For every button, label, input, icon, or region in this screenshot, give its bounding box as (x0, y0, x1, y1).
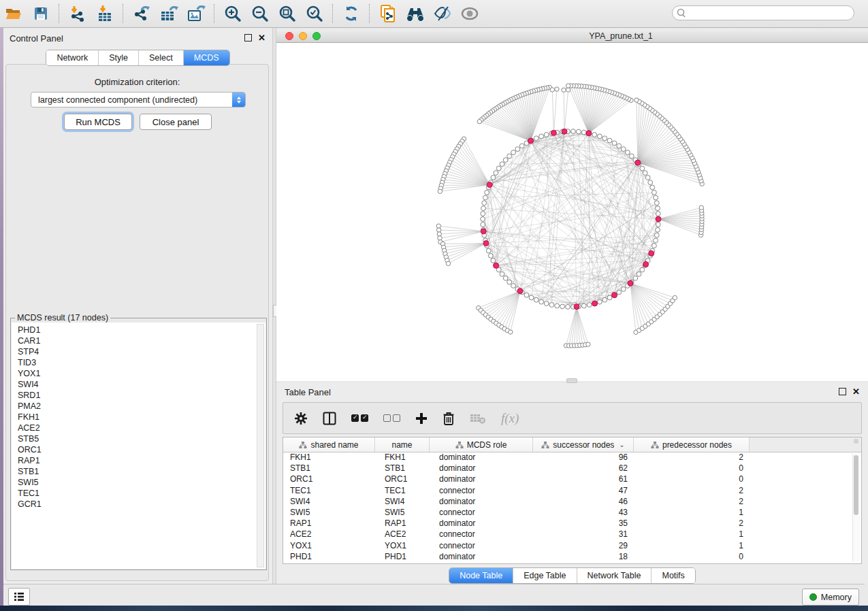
table-row[interactable]: TEC1TEC1connector472 (283, 485, 853, 496)
window-zoom-button[interactable] (312, 32, 321, 40)
zoom-out-icon[interactable] (246, 2, 274, 25)
tab-mcds[interactable]: MCDS (183, 50, 229, 65)
table-scrollbar[interactable] (852, 454, 860, 561)
tab-select[interactable]: Select (138, 50, 183, 65)
refresh-icon[interactable] (338, 2, 365, 25)
settings-gear-icon[interactable] (294, 410, 308, 427)
task-history-button[interactable] (8, 588, 30, 606)
binoculars-icon[interactable] (402, 2, 429, 25)
mcds-result-item[interactable]: PMA2 (18, 401, 266, 412)
mcds-result-item[interactable]: STB1 (18, 466, 266, 477)
table-cell: PHD1 (375, 552, 430, 561)
mcds-result-item[interactable]: RAP1 (18, 455, 266, 466)
column-type-icon (455, 441, 464, 449)
import-network-icon[interactable] (64, 2, 91, 25)
mcds-result-group: MCDS result (17 nodes) PHD1CAR1STP4TID3Y… (10, 313, 267, 570)
mcds-result-list[interactable]: PHD1CAR1STP4TID3YOX1SWI4SRD1PMA2FKH1ACE2… (12, 323, 266, 569)
close-panel-icon[interactable]: ✕ (852, 389, 860, 395)
criterion-dropdown[interactable]: largest connected component (undirected) (31, 92, 246, 108)
import-table-icon[interactable] (91, 2, 118, 25)
mcds-result-item[interactable]: GCR1 (18, 499, 266, 510)
split-view-icon[interactable] (323, 410, 336, 427)
mcds-result-item[interactable]: FKH1 (18, 412, 266, 423)
table-row[interactable]: SWI5SWI5connector431 (283, 507, 853, 518)
deselect-all-checkboxes-icon[interactable] (383, 410, 400, 427)
table-tab-network-table[interactable]: Network Table (577, 568, 652, 583)
table-cell: YOX1 (375, 541, 430, 550)
mcds-result-item[interactable]: STP4 (18, 346, 266, 357)
window-close-button[interactable] (285, 32, 293, 40)
run-mcds-button[interactable]: Run MCDS (64, 114, 132, 130)
table-row[interactable]: ACE2ACE2connector311 (283, 529, 853, 540)
float-panel-icon[interactable] (839, 388, 846, 395)
close-panel-button[interactable]: Close panel (140, 114, 212, 130)
mcds-result-item[interactable]: ACE2 (18, 423, 266, 433)
scrollbar-thumb[interactable] (854, 455, 858, 515)
eye-icon[interactable] (456, 2, 483, 25)
mcds-result-item[interactable]: TEC1 (18, 488, 266, 499)
table-cell: TEC1 (375, 486, 430, 495)
mcds-result-item[interactable]: SWI5 (18, 477, 266, 488)
sort-indicator-icon: ⌄ (619, 441, 624, 448)
graphics-details-toggle-icon[interactable] (429, 2, 456, 25)
table-row[interactable]: SWI4SWI4dominator462 (283, 496, 853, 507)
mcds-result-item[interactable]: YOX1 (18, 368, 266, 379)
column-header-mcds-role[interactable]: MCDS role (430, 437, 533, 452)
mcds-result-item[interactable]: SWI4 (18, 379, 266, 390)
export-network-icon[interactable] (128, 2, 155, 25)
table-tab-edge-table[interactable]: Edge Table (513, 568, 576, 583)
network-title: YPA_prune.txt_1 (589, 31, 653, 41)
column-type-icon (299, 441, 307, 449)
mcds-result-item[interactable]: ORC1 (18, 444, 266, 455)
mcds-result-item[interactable]: STB5 (18, 433, 266, 444)
delete-columns-trash-icon[interactable] (443, 410, 455, 427)
column-header-name[interactable]: name (375, 437, 430, 452)
close-panel-icon[interactable]: ✕ (258, 35, 266, 41)
tab-network[interactable]: Network (46, 50, 98, 65)
table-row[interactable]: YOX1YOX1connector291 (283, 540, 853, 551)
application-window: Control Panel ✕ NetworkStyleSelectMCDS O… (0, 0, 868, 611)
memory-button[interactable]: Memory (802, 589, 859, 606)
table-tab-node-table[interactable]: Node Table (449, 568, 513, 583)
table-cell: 2 (634, 518, 750, 528)
table-cell: RAP1 (375, 518, 430, 528)
network-canvas[interactable] (276, 43, 868, 381)
table-row[interactable]: PHD1PHD1dominator180 (283, 551, 853, 562)
mcds-result-item[interactable]: TID3 (18, 357, 266, 368)
table-row[interactable]: ORC1ORC1dominator610 (283, 474, 853, 484)
table-row[interactable]: RAP1RAP1dominator352 (283, 518, 853, 529)
open-folder-icon[interactable] (0, 2, 27, 25)
column-header-shared-name[interactable]: shared name (283, 437, 375, 452)
float-panel-icon[interactable] (244, 34, 252, 42)
save-icon[interactable] (27, 2, 54, 25)
network-window-titlebar[interactable]: YPA_prune.txt_1 (276, 29, 868, 43)
tab-style[interactable]: Style (98, 50, 138, 65)
column-header-predecessor-nodes[interactable]: predecessor nodes (634, 437, 750, 452)
search-input[interactable] (689, 7, 841, 18)
mcds-result-item[interactable]: SRD1 (18, 390, 266, 401)
column-header-successor-nodes[interactable]: successor nodes⌄ (533, 437, 634, 452)
table-row[interactable]: FKH1FKH1dominator962 (283, 452, 853, 463)
horizontal-splitter-grip[interactable] (566, 378, 577, 383)
column-type-icon (651, 441, 659, 449)
export-image-icon[interactable] (182, 2, 210, 25)
export-table-icon[interactable] (155, 2, 182, 25)
mcds-list-scrollbar[interactable] (257, 324, 264, 567)
table-header-row: shared namenameMCDS rolesuccessor nodes⌄… (283, 437, 861, 452)
search-field[interactable] (672, 5, 854, 20)
add-column-icon[interactable] (415, 410, 428, 427)
zoom-in-icon[interactable] (219, 2, 246, 25)
zoom-fit-icon[interactable] (274, 2, 301, 25)
mcds-result-item[interactable]: PHD1 (18, 325, 266, 335)
table-cell: FKH1 (283, 452, 375, 462)
zoom-selected-icon[interactable] (301, 2, 328, 25)
toolbar-separator (123, 4, 124, 23)
select-all-checkboxes-icon[interactable] (351, 410, 368, 427)
clone-network-icon[interactable] (374, 2, 402, 25)
table-row[interactable]: STB1STB1dominator620 (283, 463, 853, 474)
table-tab-motifs[interactable]: Motifs (651, 568, 694, 583)
window-minimize-button[interactable] (299, 32, 307, 40)
table-cell: STB1 (283, 463, 375, 473)
table-toolbar: f(x) (283, 402, 862, 434)
mcds-result-item[interactable]: CAR1 (18, 335, 266, 346)
